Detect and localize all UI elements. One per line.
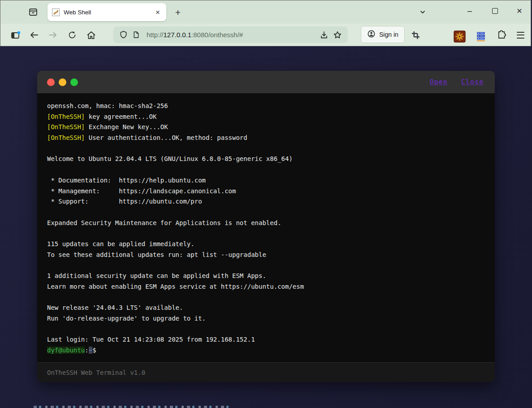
home-button[interactable] — [83, 27, 99, 43]
terminal-line: New release '24.04.3 LTS' available. — [47, 303, 485, 313]
back-button[interactable] — [26, 27, 42, 43]
minimize-button[interactable]: – — [459, 0, 480, 21]
screenshot-crop-icon[interactable] — [407, 27, 424, 43]
terminal-line — [47, 228, 485, 239]
terminal-footer: OnTheSSH Web Terminal v1.0 — [37, 362, 495, 382]
terminal-line — [47, 260, 485, 271]
window-close-button[interactable]: × — [509, 0, 530, 21]
tomcat-favicon-icon — [52, 9, 60, 16]
new-tab-button[interactable]: + — [171, 6, 185, 19]
terminal-line — [47, 324, 485, 334]
url-text[interactable]: http://127.0.0.1:8080/onthessh/# — [147, 31, 317, 39]
terminal-line: 1 additional security update can be appl… — [47, 271, 485, 282]
account-icon — [367, 30, 376, 39]
terminal-line: [OnTheSSH] key agreement...OK — [47, 112, 485, 122]
terminal-line: openssh.com, hmac: hmac-sha2-256 — [47, 101, 485, 112]
maximize-icon — [492, 8, 498, 14]
open-link[interactable]: Open — [430, 78, 448, 86]
web-terminal-card: Open Close openssh.com, hmac: hmac-sha2-… — [37, 71, 495, 382]
terminal-line: * Documentation: https://help.ubuntu.com — [47, 175, 485, 186]
extension-gear-icon[interactable] — [451, 28, 467, 44]
list-tabs-chevron-icon[interactable] — [417, 7, 428, 19]
terminal-line: * Management: https://landscape.canonica… — [47, 186, 485, 197]
terminal-line — [47, 165, 485, 175]
page-content: Open Close openssh.com, hmac: hmac-sha2-… — [0, 45, 532, 408]
extension-server-stack-icon[interactable] — [473, 28, 489, 44]
url-path: :8080/onthessh/# — [191, 31, 243, 39]
shield-icon[interactable] — [117, 27, 130, 43]
page-info-icon[interactable] — [130, 27, 142, 43]
terminal-output[interactable]: openssh.com, hmac: hmac-sha2-256[OnTheSS… — [37, 93, 495, 362]
terminal-line: Expanded Security Maintenance for Applic… — [47, 218, 485, 229]
terminal-line: * Support: https://ubuntu.com/pro — [47, 196, 485, 207]
terminal-version-label: OnTheSSH Web Terminal v1.0 — [47, 369, 145, 376]
browser-window: Web Shell × + – × — [0, 0, 532, 408]
extensions-puzzle-icon[interactable] — [493, 27, 510, 43]
terminal-line — [47, 143, 485, 154]
browser-chrome: Web Shell × + – × — [0, 0, 531, 46]
clipped-status-line — [34, 406, 229, 408]
archive-box-icon[interactable] — [25, 4, 41, 20]
browser-tab[interactable]: Web Shell × — [48, 3, 166, 21]
url-host: 127.0.0.1 — [164, 31, 192, 39]
sign-in-button[interactable]: Sign in — [361, 26, 405, 43]
tab-title: Web Shell — [64, 9, 154, 16]
traffic-light-green[interactable] — [70, 78, 78, 86]
terminal-header: Open Close — [37, 71, 495, 93]
reload-button[interactable] — [64, 27, 80, 43]
firefox-view-icon[interactable] — [8, 27, 24, 43]
terminal-line — [47, 207, 485, 218]
terminal-line: 115 updates can be applied immediately. — [47, 239, 485, 250]
terminal-line — [47, 292, 485, 303]
terminal-line: Welcome to Ubuntu 22.04.4 LTS (GNU/Linux… — [47, 154, 485, 165]
forward-button[interactable] — [45, 27, 61, 43]
navigation-toolbar: http://127.0.0.1:8080/onthessh/# — [0, 24, 531, 46]
terminal-line: Run 'do-release-upgrade' to upgrade to i… — [47, 313, 485, 324]
close-link[interactable]: Close — [461, 78, 484, 86]
bookmark-star-icon[interactable] — [331, 27, 344, 43]
traffic-light-red[interactable] — [47, 78, 55, 86]
terminal-line: Last login: Tue Oct 21 14:23:08 2025 fro… — [47, 334, 485, 345]
terminal-line: Learn more about enabling ESM Apps servi… — [47, 282, 485, 292]
url-scheme: http:// — [147, 31, 164, 39]
terminal-line: dyf@ubuntu:~$ — [47, 345, 485, 356]
maximize-button[interactable] — [484, 0, 505, 21]
url-bar[interactable]: http://127.0.0.1:8080/onthessh/# — [113, 26, 348, 43]
terminal-line: [OnTheSSH] Exchange New key...OK — [47, 122, 485, 133]
save-to-device-icon[interactable] — [317, 27, 331, 43]
traffic-light-yellow[interactable] — [59, 78, 66, 86]
terminal-line: [OnTheSSH] User authentication...OK, met… — [47, 133, 485, 143]
tab-strip: Web Shell × + – × — [0, 0, 531, 24]
menu-hamburger-icon[interactable] — [512, 27, 528, 43]
tab-close-icon[interactable]: × — [154, 8, 162, 17]
terminal-line: To see these additional updates run: apt… — [47, 250, 485, 260]
sign-in-label: Sign in — [379, 31, 398, 38]
